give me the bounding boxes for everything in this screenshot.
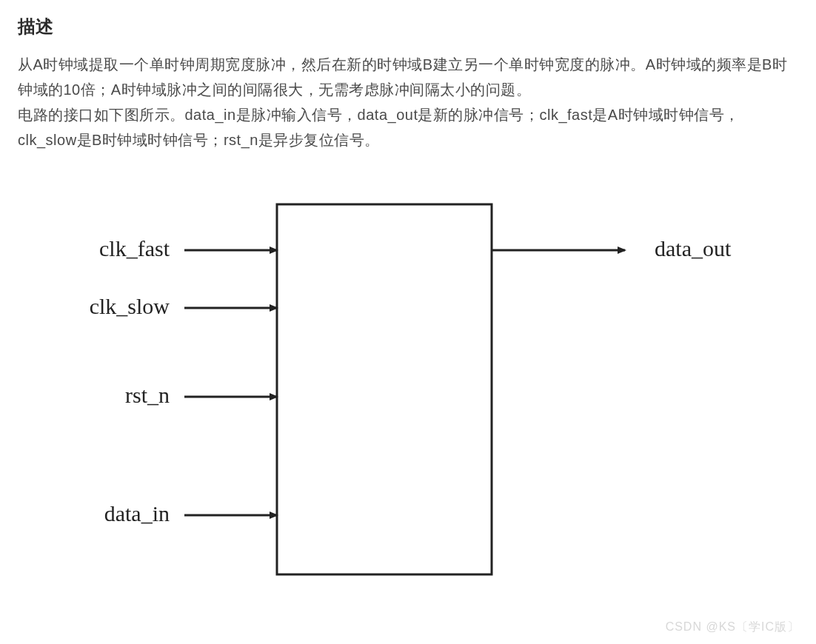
module-box xyxy=(277,204,492,574)
output-label-data-out: data_out xyxy=(655,236,732,261)
input-label-clk-slow: clk_slow xyxy=(90,294,170,318)
input-label-clk-fast: clk_fast xyxy=(99,236,170,261)
input-label-rst-n: rst_n xyxy=(125,383,170,407)
input-label-data-in: data_in xyxy=(104,501,170,526)
block-diagram: clk_fast clk_slow rst_n data_in data_out xyxy=(18,182,798,597)
section-heading: 描述 xyxy=(18,15,798,38)
description-paragraph: 从A时钟域提取一个单时钟周期宽度脉冲，然后在新的时钟域B建立另一个单时钟宽度的脉… xyxy=(18,52,798,152)
watermark-text: CSDN @KS〔学IC版〕 xyxy=(666,620,800,635)
